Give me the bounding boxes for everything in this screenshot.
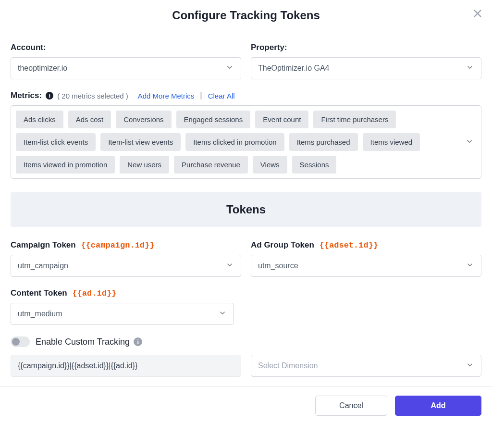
- chevron-down-icon: [465, 137, 474, 148]
- metric-chip[interactable]: Items viewed in promotion: [16, 156, 115, 174]
- metric-chip[interactable]: Sessions: [292, 156, 337, 174]
- adgroup-token-select[interactable]: utm_source: [251, 255, 481, 277]
- select-dimension-placeholder: Select Dimension: [258, 361, 318, 370]
- metrics-chips-container: Ads clicksAds costConversionsEngaged ses…: [16, 111, 453, 174]
- property-select[interactable]: TheOptimizer.io GA4: [251, 57, 481, 79]
- metrics-header: Metrics: i ( 20 metrics selected ) Add M…: [11, 91, 481, 100]
- enable-custom-tracking-label: Enable Custom Tracking i: [36, 337, 142, 347]
- metric-chip[interactable]: Items purchased: [289, 133, 358, 151]
- campaign-token-hint: {{campaign.id}}: [81, 241, 154, 250]
- metric-chip[interactable]: First time purchasers: [313, 111, 396, 128]
- metrics-box: Ads clicksAds costConversionsEngaged ses…: [11, 105, 481, 179]
- close-button[interactable]: [471, 8, 484, 21]
- clear-all-link[interactable]: Clear All: [208, 92, 235, 100]
- content-token-hint: {{ad.id}}: [72, 289, 116, 298]
- metrics-chips-scroll[interactable]: Ads clicksAds costConversionsEngaged ses…: [11, 106, 458, 178]
- campaign-token-value: utm_campaign: [18, 261, 68, 270]
- add-more-metrics-link[interactable]: Add More Metrics: [138, 92, 195, 100]
- campaign-token-label: Campaign Token {{campaign.id}}: [11, 240, 241, 250]
- chevron-down-icon: [225, 63, 234, 74]
- metrics-expand-toggle[interactable]: [458, 106, 481, 178]
- metric-chip[interactable]: Purchase revenue: [174, 156, 248, 174]
- adgroup-token-label: Ad Group Token {{adset.id}}: [251, 240, 481, 250]
- chevron-down-icon: [225, 261, 234, 271]
- content-token-value: utm_medium: [18, 310, 62, 318]
- dialog-footer: Cancel Add: [0, 386, 492, 424]
- info-icon[interactable]: i: [46, 92, 53, 100]
- metrics-label: Metrics:: [11, 91, 42, 100]
- tokens-section-header: Tokens: [11, 192, 481, 227]
- dialog-body: Account: theoptimizer.io Property: TheOp…: [0, 31, 492, 386]
- divider: |: [200, 91, 202, 100]
- adgroup-token-hint: {{adset.id}}: [320, 241, 378, 250]
- metric-chip[interactable]: Item-list click events: [16, 133, 96, 151]
- dialog-title: Configure Tracking Tokens: [172, 9, 320, 22]
- property-value: TheOptimizer.io GA4: [258, 64, 330, 73]
- metric-chip[interactable]: Engaged sessions: [176, 111, 251, 128]
- account-value: theoptimizer.io: [18, 64, 67, 73]
- account-label: Account:: [11, 43, 241, 52]
- account-select[interactable]: theoptimizer.io: [11, 57, 241, 79]
- metric-chip[interactable]: Ads cost: [68, 111, 111, 128]
- metric-chip[interactable]: Views: [253, 156, 287, 174]
- metric-chip[interactable]: Items viewed: [363, 133, 420, 151]
- custom-tracking-template-input: {{campaign.id}}|{{adset.id}}|{{ad.id}}: [11, 355, 241, 377]
- chevron-down-icon: [466, 361, 474, 371]
- chevron-down-icon: [218, 309, 227, 319]
- property-label: Property:: [251, 43, 481, 52]
- chevron-down-icon: [466, 261, 474, 271]
- select-dimension-dropdown[interactable]: Select Dimension: [251, 355, 481, 377]
- metrics-count: ( 20 metrics selected ): [57, 92, 128, 100]
- metric-chip[interactable]: New users: [120, 156, 169, 174]
- metric-chip[interactable]: Ads clicks: [16, 111, 63, 128]
- metric-chip[interactable]: Event count: [255, 111, 308, 128]
- campaign-token-select[interactable]: utm_campaign: [11, 255, 241, 277]
- info-icon[interactable]: i: [134, 337, 142, 346]
- cancel-button[interactable]: Cancel: [315, 396, 387, 416]
- add-button[interactable]: Add: [395, 396, 481, 416]
- content-token-select[interactable]: utm_medium: [11, 303, 234, 325]
- enable-custom-tracking-toggle[interactable]: [11, 336, 30, 347]
- toggle-knob: [12, 338, 20, 346]
- metric-chip[interactable]: Items clicked in promotion: [185, 133, 284, 151]
- close-icon: [472, 8, 483, 21]
- metric-chip[interactable]: Item-list view events: [100, 133, 181, 151]
- metric-chip[interactable]: Conversions: [116, 111, 171, 128]
- adgroup-token-value: utm_source: [258, 261, 298, 270]
- chevron-down-icon: [466, 63, 474, 74]
- content-token-label: Content Token {{ad.id}}: [11, 288, 241, 298]
- dialog-header: Configure Tracking Tokens: [0, 0, 492, 31]
